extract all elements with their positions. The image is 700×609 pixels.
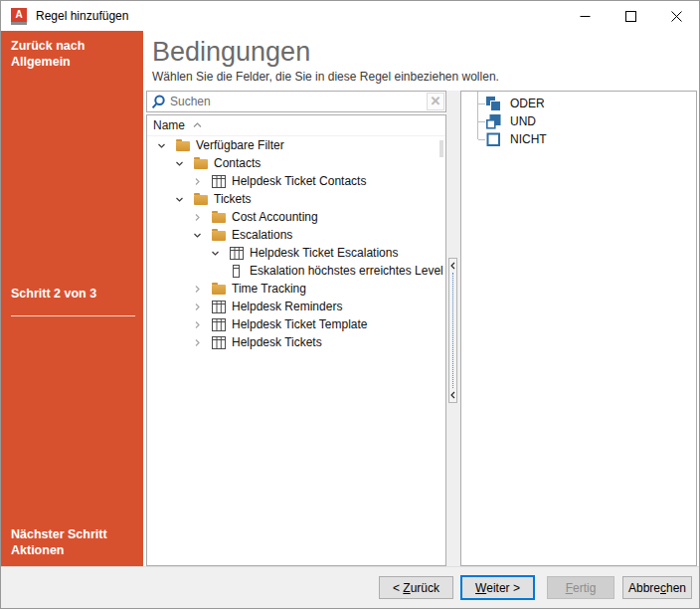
tree-item-helpdesk-ticket-contacts[interactable]: Helpdesk Ticket Contacts: [147, 172, 445, 190]
chevron-left-icon: [450, 391, 455, 399]
chevron-down-icon[interactable]: [175, 195, 193, 204]
app-icon-letter: A: [11, 8, 27, 22]
folder-icon: [211, 283, 227, 295]
tree-item-tickets[interactable]: Tickets: [147, 190, 445, 208]
sidebar-back-nav[interactable]: Zurück nach Allgemein: [11, 38, 137, 70]
splitter-dotted-line: [452, 273, 453, 388]
folder-icon: [211, 229, 227, 241]
cancel-button[interactable]: Abbrechen: [622, 576, 692, 599]
sidebar-step-label: Schritt 2 von 3: [11, 286, 137, 302]
sidebar-separator: [11, 315, 135, 316]
tree-column-header[interactable]: Name: [147, 115, 445, 136]
title-bar[interactable]: A Regel hinzufügen: [1, 1, 699, 31]
folder-icon: [211, 211, 227, 223]
tree-item-eskalation-level[interactable]: Eskalation höchstes erreichtes Level: [147, 262, 445, 280]
chevron-right-icon[interactable]: [193, 320, 211, 329]
sidebar-back-nav-line1: Zurück nach: [11, 38, 137, 54]
table-icon: [229, 247, 245, 260]
wizard-sidebar: Zurück nach Allgemein Schritt 2 von 3 Nä…: [1, 31, 143, 566]
table-icon: [211, 301, 227, 313]
operator-item-nicht[interactable]: NICHT: [461, 130, 696, 148]
tree-item-helpdesk-tickets[interactable]: Helpdesk Tickets: [147, 333, 445, 351]
or-union-squares-icon: [485, 96, 502, 112]
tree-item-verfuegbare-filter[interactable]: Verfügbare Filter: [147, 136, 445, 154]
sidebar-back-nav-line2: Allgemein: [11, 54, 137, 70]
window-title: Regel hinzufügen: [36, 9, 128, 23]
not-empty-square-icon: [485, 131, 502, 148]
minimize-icon: [580, 11, 591, 22]
magnifier-icon: [151, 95, 166, 109]
tree-item-helpdesk-ticket-template[interactable]: Helpdesk Ticket Template: [147, 315, 445, 333]
chevron-down-icon[interactable]: [193, 231, 211, 240]
maximize-button[interactable]: [608, 1, 653, 31]
app-icon: A: [11, 8, 27, 25]
operator-item-und[interactable]: UND: [461, 112, 696, 130]
tree-column-header-label: Name: [153, 118, 185, 132]
sidebar-next-nav-line2: Aktionen: [11, 542, 137, 558]
tree-item-helpdesk-reminders[interactable]: Helpdesk Reminders: [147, 298, 445, 315]
chevron-down-icon[interactable]: [157, 141, 175, 150]
tree-item-cost-accounting[interactable]: Cost Accounting: [147, 208, 445, 226]
table-icon: [211, 175, 227, 188]
chevron-right-icon[interactable]: [193, 303, 211, 311]
clear-x-icon: ✕: [431, 94, 441, 108]
operator-item-oder[interactable]: ODER: [461, 95, 696, 112]
finish-button: Fertig: [547, 576, 614, 599]
search-clear-button[interactable]: ✕: [427, 93, 444, 110]
table-icon: [211, 318, 227, 331]
tree-item-escalations[interactable]: Escalations: [147, 226, 445, 244]
folder-icon: [193, 193, 209, 205]
folder-icon: [175, 139, 191, 151]
sidebar-next-nav-line1: Nächster Schritt: [11, 526, 137, 542]
tree-item-time-tracking[interactable]: Time Tracking: [147, 280, 445, 298]
back-button[interactable]: < Zurück: [379, 576, 453, 599]
chevron-left-icon: [450, 262, 455, 270]
chevron-right-icon[interactable]: [193, 213, 211, 222]
chevron-right-icon[interactable]: [193, 338, 211, 347]
page-subtitle: Wählen Sie die Felder, die Sie in diese …: [152, 70, 499, 84]
chevron-right-icon[interactable]: [193, 177, 211, 186]
tree-item-helpdesk-ticket-escalations[interactable]: Helpdesk Ticket Escalations: [147, 244, 445, 262]
folder-icon: [193, 157, 209, 169]
search-input[interactable]: [166, 95, 427, 108]
maximize-icon: [625, 11, 636, 22]
field-column-icon: [229, 265, 245, 278]
filter-tree-panel: Name Verfügbare Filter Contacts Helpdesk…: [146, 114, 446, 566]
close-button[interactable]: [653, 1, 699, 31]
window-controls: [562, 1, 699, 31]
page-title: Bedingungen: [152, 37, 310, 68]
chevron-down-icon[interactable]: [175, 159, 193, 168]
next-button[interactable]: Weiter >: [460, 575, 535, 600]
tree-scrollbar-thumb[interactable]: [439, 140, 443, 157]
tree-item-contacts[interactable]: Contacts: [147, 154, 445, 172]
logic-operators-panel: ODER UND NICHT: [460, 91, 697, 566]
dialog-regel-hinzufuegen: A Regel hinzufügen Zurück nach Allgemein…: [0, 0, 700, 609]
search-box: ✕: [146, 91, 446, 112]
minimize-button[interactable]: [562, 1, 608, 31]
chevron-right-icon[interactable]: [193, 285, 211, 294]
and-intersect-squares-icon: [485, 113, 502, 130]
close-icon: [671, 11, 682, 22]
sort-ascending-icon: [193, 122, 202, 128]
sidebar-next-nav[interactable]: Nächster Schritt Aktionen: [11, 526, 137, 558]
chevron-down-icon[interactable]: [211, 249, 229, 258]
table-icon: [211, 336, 227, 349]
splitter-collapse-handle[interactable]: [448, 258, 457, 403]
